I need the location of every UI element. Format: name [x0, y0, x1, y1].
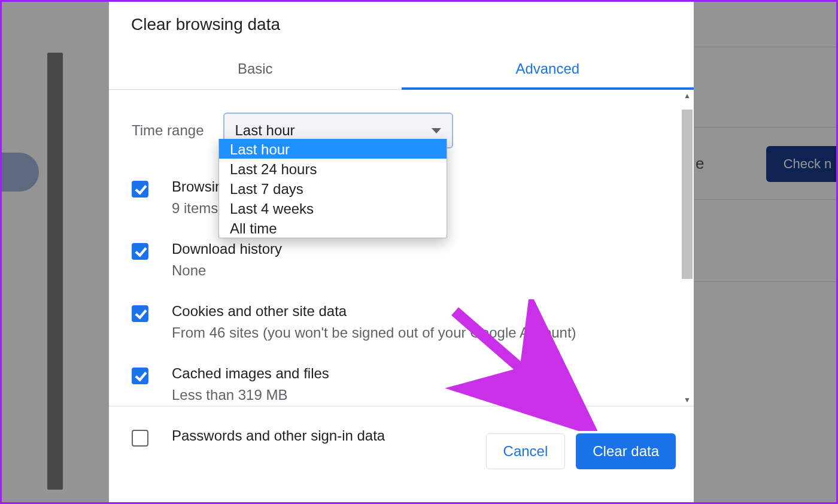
dropdown-option-last-hour[interactable]: Last hour	[219, 139, 447, 159]
tabs: Basic Advanced	[109, 51, 694, 90]
dialog-title: Clear browsing data	[109, 0, 694, 34]
item-subtitle: None	[172, 261, 282, 280]
dropdown-option-last-24-hours[interactable]: Last 24 hours	[219, 159, 447, 178]
checkbox-cached[interactable]	[132, 368, 148, 384]
time-range-dropdown: Last hour Last 24 hours Last 7 days Last…	[218, 139, 447, 238]
content-scrollbar[interactable]: ▲ ▼	[681, 90, 694, 406]
item-subtitle: Less than 319 MB	[172, 385, 329, 405]
checkbox-download-history[interactable]	[132, 243, 148, 260]
item-subtitle: From 46 sites (you won't be signed out o…	[172, 323, 576, 342]
check-row-passwords: Passwords and other sign-in data	[132, 420, 671, 447]
check-row-cached: Cached images and files Less than 319 MB	[132, 358, 671, 420]
time-range-label: Time range	[132, 122, 204, 139]
checkbox-passwords[interactable]	[132, 430, 148, 447]
item-title: Cookies and other site data	[172, 302, 576, 321]
tab-basic[interactable]: Basic	[109, 51, 402, 89]
dialog-content: Time range Last hour Last hour Last 24 h…	[109, 90, 694, 406]
checkbox-cookies[interactable]	[132, 305, 148, 322]
checkbox-browsing-history[interactable]	[132, 181, 148, 198]
dropdown-option-last-7-days[interactable]: Last 7 days	[219, 178, 447, 198]
dropdown-option-last-4-weeks[interactable]: Last 4 weeks	[219, 198, 447, 218]
dropdown-option-all-time[interactable]: All time	[219, 218, 447, 238]
tab-advanced[interactable]: Advanced	[402, 51, 694, 89]
scroll-up-icon[interactable]: ▲	[681, 90, 694, 102]
scroll-thumb[interactable]	[682, 110, 693, 279]
item-title: Cached images and files	[172, 364, 329, 383]
item-title: Download history	[172, 239, 282, 259]
check-row-cookies: Cookies and other site data From 46 site…	[132, 296, 671, 358]
clear-browsing-data-dialog: Clear browsing data Basic Advanced Time …	[109, 0, 694, 504]
chevron-down-icon	[432, 128, 441, 133]
check-row-download-history: Download history None	[132, 233, 671, 296]
time-range-value: Last hour	[235, 122, 295, 139]
item-title: Passwords and other sign-in data	[172, 426, 385, 445]
scroll-down-icon[interactable]: ▼	[681, 394, 694, 406]
